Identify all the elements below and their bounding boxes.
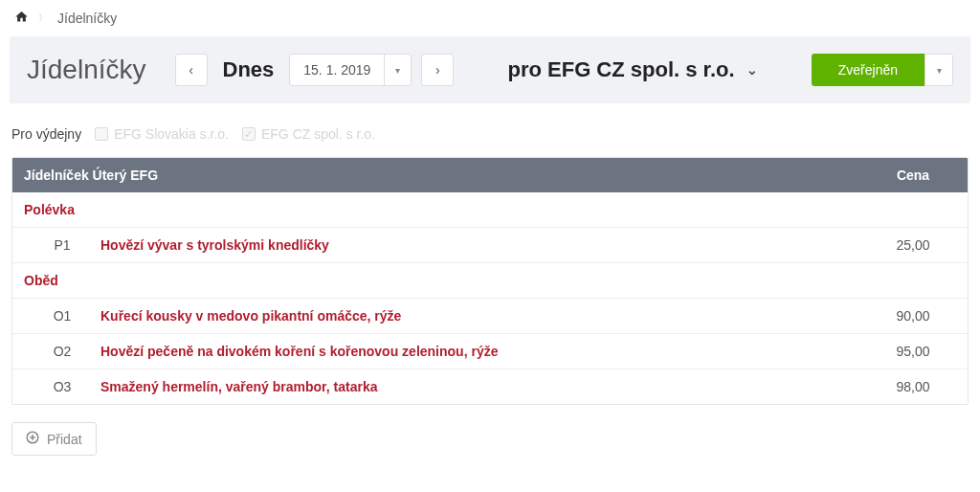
item-name: Hovězí vývar s tyrolskými knedlíčky	[100, 237, 870, 253]
item-code: P1	[24, 237, 100, 253]
item-code: O2	[24, 344, 100, 359]
breadcrumb-current[interactable]: Jídelníčky	[57, 11, 117, 26]
item-price: 95,00	[870, 344, 956, 359]
menu-table: Jídelníček Úterý EFG Cena Polévka P1 Hov…	[11, 157, 969, 405]
next-button[interactable]: ›	[421, 54, 454, 86]
caret-down-icon: ▾	[937, 65, 942, 76]
item-code: O1	[24, 308, 100, 324]
item-name: Kuřecí kousky v medovo pikantní omáčce, …	[100, 308, 870, 324]
table-row[interactable]: O3 Smažený hermelín, vařený brambor, tat…	[12, 369, 968, 404]
section-header: Polévka	[12, 192, 968, 228]
table-row[interactable]: O2 Hovězí pečeně na divokém koření s koř…	[12, 334, 968, 369]
home-icon[interactable]	[14, 10, 29, 27]
filter-row: Pro výdejny EFG Slovakia s.r.o. ✓ EFG CZ…	[0, 103, 980, 157]
header-name-col: Jídelníček Úterý EFG	[24, 168, 870, 183]
section-header: Oběd	[12, 263, 968, 299]
item-price: 25,00	[870, 237, 956, 253]
status-button-group: Zveřejněn ▾	[812, 54, 953, 86]
filter-opt-label: EFG CZ spol. s r.o.	[261, 126, 375, 142]
header-price-col: Cena	[870, 168, 956, 183]
date-value: 15. 1. 2019	[290, 62, 384, 78]
chevron-right-icon: ›	[435, 62, 440, 78]
prev-button[interactable]: ‹	[175, 54, 208, 86]
item-code: O3	[24, 379, 100, 394]
item-name: Smažený hermelín, vařený brambor, tatark…	[100, 379, 870, 394]
add-button-label: Přidat	[47, 432, 82, 447]
company-prefix: pro	[507, 57, 541, 81]
chevron-left-icon: ‹	[189, 62, 193, 78]
item-price: 98,00	[870, 379, 956, 394]
checkbox-icon	[95, 127, 108, 141]
checkbox-checked-icon: ✓	[242, 127, 256, 141]
chevron-down-icon: ⌄	[746, 62, 758, 78]
filter-label: Pro výdejny	[11, 126, 81, 142]
date-picker[interactable]: 15. 1. 2019 ▾	[289, 54, 412, 86]
add-button[interactable]: Přidat	[11, 422, 97, 456]
table-row[interactable]: O1 Kuřecí kousky v medovo pikantní omáčc…	[12, 299, 968, 334]
item-price: 90,00	[870, 308, 956, 324]
table-header: Jídelníček Úterý EFG Cena	[12, 158, 968, 192]
filter-opt-label: EFG Slovakia s.r.o.	[114, 126, 229, 142]
page-title: Jídelníčky	[27, 55, 146, 85]
today-label: Dnes	[223, 57, 275, 82]
breadcrumb: 〉 Jídelníčky	[0, 0, 980, 36]
item-name: Hovězí pečeně na divokém koření s kořeno…	[100, 344, 870, 359]
chevron-right-icon: 〉	[38, 11, 48, 25]
caret-down-icon: ▾	[384, 54, 411, 86]
filter-checkbox-slovakia: EFG Slovakia s.r.o.	[95, 126, 229, 142]
company-name: EFG CZ spol. s r.o.	[547, 57, 735, 81]
status-dropdown-button[interactable]: ▾	[924, 54, 953, 86]
plus-circle-icon	[26, 431, 39, 447]
status-button[interactable]: Zveřejněn	[812, 54, 924, 86]
header-bar: Jídelníčky ‹ Dnes 15. 1. 2019 ▾ › pro EF…	[10, 36, 970, 103]
company-selector[interactable]: pro EFG CZ spol. s r.o. ⌄	[507, 57, 757, 82]
table-row[interactable]: P1 Hovězí vývar s tyrolskými knedlíčky 2…	[12, 228, 968, 263]
filter-checkbox-cz: ✓ EFG CZ spol. s r.o.	[242, 126, 375, 142]
